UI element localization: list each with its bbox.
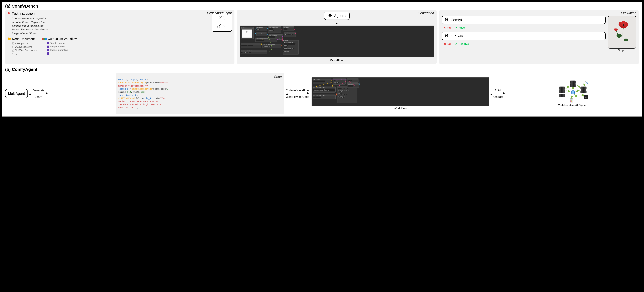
- svg-rect-16: [446, 20, 448, 21]
- section-a-title: (a) ComfyBench: [5, 4, 639, 8]
- x-icon: [444, 26, 446, 29]
- check-icon: [455, 26, 458, 29]
- check-icon: [455, 42, 458, 46]
- svg-line-50: [577, 85, 580, 88]
- row-b: MultiAgent Generate Learn Code model_4, …: [5, 73, 639, 114]
- node-doc-list: KSampler.md VAEDecoder.md CLIPTextEncode…: [12, 42, 38, 56]
- agent-workflow-caption: WorkFlow: [394, 107, 407, 110]
- output-caption: Output: [608, 49, 636, 52]
- curriculum-column: Curriculum Workflow Text to Image Image …: [43, 37, 77, 56]
- svg-line-34: [588, 84, 588, 84]
- svg-line-47: [574, 94, 577, 97]
- robot-icon: [328, 13, 332, 18]
- svg-line-44: [566, 91, 570, 92]
- gpt4o-evaluator-box: GPT-4o: [442, 32, 606, 40]
- row-a: Benchmark Input Task Instruction You are…: [5, 10, 639, 64]
- svg-point-14: [246, 31, 247, 32]
- svg-point-2: [218, 26, 220, 28]
- code-panel-label: Code: [274, 74, 282, 79]
- book-icon: [47, 42, 49, 44]
- svg-point-13: [246, 31, 248, 33]
- book-icon: [47, 49, 49, 51]
- curriculum-list: Text to Image Image to Video Image Inpai…: [47, 41, 77, 55]
- svg-point-24: [622, 24, 624, 26]
- collab-caption: Collaborative AI System: [558, 104, 588, 107]
- comfyui-result-row: Fail Pass: [444, 26, 606, 29]
- gpt4o-result-row: Fail Resolve: [444, 42, 606, 46]
- svg-point-5: [329, 15, 330, 16]
- svg-point-8: [330, 13, 330, 14]
- build-abstract-arrows: Build Abstract: [491, 89, 505, 99]
- agents-box: Agents: [324, 12, 350, 20]
- workflow-caption: WorkFlow: [330, 59, 344, 62]
- task-instruction-heading: Task Instruction: [8, 12, 51, 15]
- workflow-thumbnail: Load Image Get Image Sizeimage Empty Lat…: [240, 25, 434, 57]
- node-document-column: Node Document KSampler.md VAEDecoder.md …: [8, 37, 38, 56]
- svg-point-28: [616, 29, 616, 30]
- code-workflow-arrows: Code to WorkFlow WorkFlow to Code: [286, 89, 309, 99]
- arrow-down-icon: [335, 21, 338, 24]
- database-icon: [444, 17, 448, 22]
- figure-canvas: (a) ComfyBench Benchmark Input Task Inst…: [2, 2, 642, 117]
- svg-point-6: [330, 15, 331, 16]
- svg-line-51: [582, 94, 584, 97]
- generation-panel-label: Generation: [418, 11, 434, 15]
- svg-line-46: [576, 90, 580, 92]
- svg-line-52: [583, 84, 585, 86]
- x-icon: [444, 42, 446, 46]
- document-icon: [12, 53, 14, 55]
- book-icon: [47, 46, 49, 48]
- svg-marker-12: [336, 23, 338, 24]
- svg-point-27: [616, 28, 618, 30]
- stack-icon: [43, 38, 47, 40]
- evaluation-output-image: Output: [608, 16, 636, 49]
- svg-rect-4: [329, 14, 332, 16]
- document-icon: [12, 46, 14, 48]
- collaborative-system-graphic: Collaborative AI System: [507, 80, 639, 107]
- svg-point-18: [616, 34, 622, 38]
- svg-point-1: [219, 16, 221, 19]
- flag-icon: [8, 12, 10, 15]
- svg-line-48: [572, 94, 572, 99]
- svg-point-15: [445, 18, 448, 19]
- evaluation-panel-label: Evaluation: [621, 11, 636, 15]
- svg-point-3: [224, 27, 226, 28]
- agent-workflow-thumbnail: Load Checkpointdreamshaper_8.safetensors…: [312, 77, 489, 106]
- comfyui-evaluator-box: ComfyUI: [442, 16, 606, 24]
- generation-panel: Generation Agents Load Image: [237, 10, 437, 64]
- benchmark-panel-label: Benchmark Input: [207, 11, 232, 15]
- benchmark-input-panel: Benchmark Input Task Instruction You are…: [5, 10, 234, 64]
- multiagent-box: MultiAgent: [5, 89, 28, 98]
- svg-line-49: [566, 86, 569, 89]
- section-b-title: (b) ComfyAgent: [5, 67, 639, 72]
- generate-learn-arrows: Generate Learn: [29, 89, 48, 99]
- code-panel: Code model_4, clip_4, vae_4 = Checkpoint…: [116, 73, 284, 114]
- document-icon: [12, 42, 14, 45]
- evaluation-panel: Evaluation ComfyUI Fail Pass: [439, 10, 639, 64]
- task-instruction-text: You are given an image of a scribble flo…: [12, 17, 51, 35]
- svg-point-19: [624, 38, 628, 41]
- book-icon: [47, 52, 49, 55]
- openai-icon: [444, 34, 448, 38]
- document-icon: [12, 49, 14, 52]
- folder-icon: [8, 37, 11, 41]
- code-content: model_4, clip_4, vae_4 = CheckpointLoade…: [118, 78, 282, 112]
